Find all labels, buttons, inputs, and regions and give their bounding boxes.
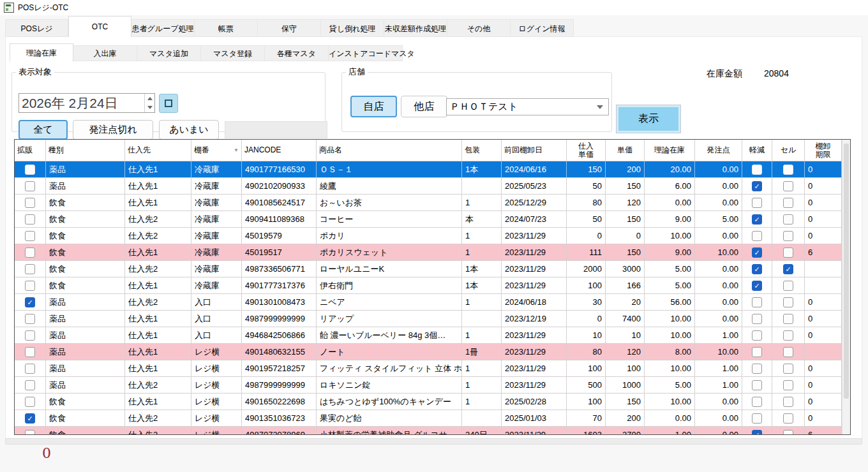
kakuhan-checkbox[interactable]	[25, 314, 35, 324]
table-row[interactable]: 飲食仕入先1レジ横4901650222698はちみつとゆず100%のキャンデー1…	[15, 394, 842, 410]
col-header-tanaban[interactable]: 棚番▼	[191, 140, 242, 161]
other-store-button[interactable]: 他店	[401, 96, 447, 117]
table-row[interactable]: 薬品仕入先1入口4987999999999リアップ2023/12/1907400…	[15, 311, 842, 327]
table-row[interactable]: 飲食仕入先2冷蔵庫45019579ポカリ12023/11/290010.000.…	[15, 228, 842, 244]
kakuhan-checkbox[interactable]	[25, 264, 35, 274]
kakuhan-checkbox[interactable]	[25, 380, 35, 390]
cell-checkbox[interactable]	[783, 347, 793, 357]
cell-checkbox[interactable]	[783, 231, 793, 241]
cell-checkbox[interactable]	[783, 247, 793, 258]
date-spin-down-icon[interactable]	[145, 103, 154, 113]
kakuhan-checkbox[interactable]	[25, 181, 35, 191]
filter-all-button[interactable]: 全て	[19, 120, 68, 140]
own-store-button[interactable]: 自店	[350, 96, 397, 117]
cell-checkbox[interactable]	[783, 397, 793, 407]
keigen-checkbox[interactable]: ✓	[752, 181, 762, 191]
date-picker[interactable]: 2026年 2月24日	[19, 93, 155, 113]
keigen-checkbox[interactable]	[752, 330, 762, 341]
store-select[interactable]: ＰＨＯＴテスト	[446, 98, 609, 115]
show-button[interactable]: 表示	[617, 105, 680, 133]
filter-reorder-empty-button[interactable]: 発注点切れ	[73, 120, 153, 140]
table-row[interactable]: 飲食仕入先2冷蔵庫4909411089368コーヒー本2024/07/23501…	[15, 211, 842, 228]
cell-checkbox[interactable]	[783, 181, 793, 191]
keigen-checkbox[interactable]: ✓	[752, 430, 762, 435]
fuzzy-search-input[interactable]	[225, 121, 327, 138]
col-header-tanaoroshi-kigen[interactable]: 棚卸 期限	[805, 140, 842, 161]
keigen-checkbox[interactable]: ✓	[752, 264, 762, 274]
kakuhan-checkbox[interactable]: ✓	[25, 297, 35, 307]
col-header-shiire-tanka[interactable]: 仕入 単価	[567, 140, 606, 161]
table-row[interactable]: 飲食仕入先1冷蔵庫4901777317376伊右衛門1本2023/11/2910…	[15, 277, 842, 294]
keigen-checkbox[interactable]	[752, 314, 762, 324]
col-header-hoso[interactable]: 包装	[462, 140, 502, 161]
col-header-shohinmei[interactable]: 商品名	[317, 140, 462, 161]
keigen-checkbox[interactable]: ✓	[752, 281, 762, 291]
table-row[interactable]: 薬品仕入先1冷蔵庫4901777166530ＯＳ－１1本2024/06/1615…	[15, 161, 842, 178]
col-header-shubetsu[interactable]: 種別	[46, 140, 125, 161]
sub-tab-instore-code-master[interactable]: インストアコードマスタ	[329, 45, 403, 61]
sub-tab-in-out-stock[interactable]: 入出庫	[73, 45, 137, 61]
main-tab-otc[interactable]: OTC	[68, 16, 131, 37]
col-header-jancode[interactable]: JANCODE	[242, 140, 317, 161]
kakuhan-checkbox[interactable]	[25, 214, 35, 225]
keigen-checkbox[interactable]	[752, 231, 762, 241]
table-row[interactable]: 薬品仕入先2レジ横4987999999999ロキソニン錠12023/11/295…	[15, 377, 842, 394]
table-row[interactable]: 飲食仕入先1冷蔵庫4901085624517お～いお茶12025/12/2980…	[15, 195, 842, 211]
keigen-checkbox[interactable]	[752, 380, 762, 390]
cell-checkbox[interactable]	[783, 214, 793, 225]
table-row[interactable]: 薬品仕入先1入口4946842506866飴 濃ーいブルーベリー 84g 3個……	[15, 327, 842, 344]
keigen-checkbox[interactable]	[752, 413, 762, 424]
kakuhan-checkbox[interactable]	[25, 430, 35, 435]
cell-checkbox[interactable]	[783, 281, 793, 291]
sort-arrow-icon[interactable]: ▼	[234, 146, 239, 154]
sub-tab-master-register[interactable]: マスタ登録	[201, 45, 265, 61]
cell-checkbox[interactable]	[783, 413, 793, 424]
cell-checkbox[interactable]	[783, 314, 793, 324]
sub-tab-theoretical-stock[interactable]: 理論在庫	[10, 43, 73, 61]
main-tab-bad-debt[interactable]: 貸し倒れ処理	[321, 19, 384, 37]
cell-checkbox[interactable]	[783, 165, 793, 175]
sub-tab-master-add[interactable]: マスタ追加	[137, 45, 201, 61]
cell-checkbox[interactable]	[783, 430, 793, 435]
keigen-checkbox[interactable]: ✓	[752, 247, 762, 258]
kakuhan-checkbox[interactable]	[25, 231, 35, 241]
col-header-cell[interactable]: セル	[772, 140, 805, 161]
table-row[interactable]: 飲食仕入先2冷蔵庫4987336506771ローヤルユニーK1本2023/11/…	[15, 261, 842, 277]
main-tab-others[interactable]: その他	[447, 19, 511, 37]
keigen-checkbox[interactable]	[752, 198, 762, 208]
sub-tab-various-masters[interactable]: 各種マスタ	[265, 45, 329, 61]
main-tab-reports[interactable]: 帳票	[195, 19, 258, 37]
keigen-checkbox[interactable]	[752, 165, 762, 175]
cell-checkbox[interactable]	[783, 364, 793, 374]
keigen-checkbox[interactable]	[752, 297, 762, 307]
kakuhan-checkbox[interactable]	[25, 330, 35, 341]
main-tab-patient-group[interactable]: 患者グループ処理	[131, 19, 195, 37]
col-header-tanka[interactable]: 単価	[606, 140, 645, 161]
main-tab-unpaid-difference[interactable]: 未収差額作成処理	[384, 19, 447, 37]
col-header-keigen[interactable]: 軽減	[742, 140, 772, 161]
table-row[interactable]: 薬品仕入先1レジ横4901957218257フィッティ スタイルフィット 立体 …	[15, 360, 842, 377]
table-row[interactable]: 薬品仕入先1冷蔵庫4902102090933綾鷹2025/05/23501506…	[15, 178, 842, 195]
col-header-zenkai-tanaoroshibi[interactable]: 前回棚卸日	[502, 140, 567, 161]
main-tab-maintenance[interactable]: 保守	[258, 19, 321, 37]
table-row[interactable]: 飲食仕入先1冷蔵庫45019517ポカリスウェット12023/11/291111…	[15, 244, 842, 261]
main-tab-pos-register[interactable]: POSレジ	[5, 19, 68, 37]
scrollbar-thumb[interactable]	[844, 144, 849, 399]
cell-checkbox[interactable]	[783, 198, 793, 208]
keigen-checkbox[interactable]	[752, 397, 762, 407]
table-row[interactable]: 薬品仕入先1レジ横4901480632155ノート1冊2023/11/29801…	[15, 344, 842, 360]
kakuhan-checkbox[interactable]	[25, 347, 35, 357]
col-header-shiiresaki[interactable]: 仕入先	[125, 140, 191, 161]
col-header-hatchuten[interactable]: 発注点	[695, 140, 742, 161]
kakuhan-checkbox[interactable]: ✓	[25, 413, 35, 424]
date-toggle-button[interactable]	[159, 94, 178, 113]
keigen-checkbox[interactable]: ✓	[752, 214, 762, 225]
col-header-riron-zaiko[interactable]: 理論在庫	[645, 140, 695, 161]
table-row[interactable]: 飲食仕入先2レジ横4987072078969小林製薬の栄養補助食品 グルコサ…2…	[15, 427, 842, 434]
cell-checkbox[interactable]	[783, 380, 793, 390]
date-spin-up-icon[interactable]	[145, 94, 154, 103]
keigen-checkbox[interactable]	[752, 347, 762, 357]
cell-checkbox[interactable]	[783, 297, 793, 307]
keigen-checkbox[interactable]	[752, 364, 762, 374]
kakuhan-checkbox[interactable]	[25, 281, 35, 291]
